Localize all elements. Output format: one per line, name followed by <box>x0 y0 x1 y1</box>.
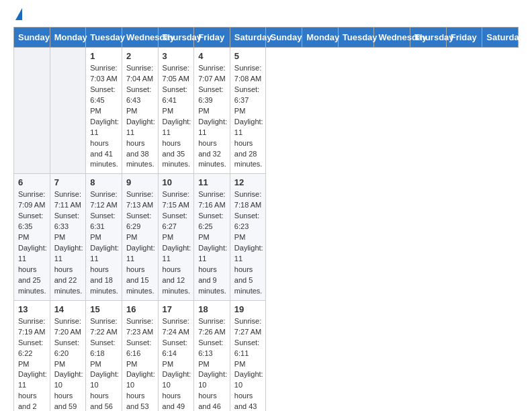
cell-day-number: 11 <box>198 177 226 187</box>
calendar-cell: 14Sunrise: 7:20 AM Sunset: 6:20 PM Dayli… <box>50 300 86 411</box>
calendar-cell: 1Sunrise: 7:03 AM Sunset: 6:45 PM Daylig… <box>86 48 122 174</box>
calendar-cell <box>14 48 50 174</box>
cell-day-number: 18 <box>198 304 226 314</box>
column-header-thursday: Thursday <box>410 28 447 48</box>
cell-day-number: 4 <box>198 51 226 61</box>
calendar-cell: 7Sunrise: 7:11 AM Sunset: 6:33 PM Daylig… <box>50 174 86 300</box>
cell-detail: Sunrise: 7:23 AM Sunset: 6:16 PM Dayligh… <box>126 316 154 411</box>
calendar-cell: 19Sunrise: 7:27 AM Sunset: 6:11 PM Dayli… <box>230 300 266 411</box>
column-header-monday: Monday <box>50 28 86 48</box>
calendar-cell: 18Sunrise: 7:26 AM Sunset: 6:13 PM Dayli… <box>194 300 230 411</box>
calendar-cell: 8Sunrise: 7:12 AM Sunset: 6:31 PM Daylig… <box>86 174 122 300</box>
calendar-cell: 6Sunrise: 7:09 AM Sunset: 6:35 PM Daylig… <box>14 174 50 300</box>
calendar-cell: 11Sunrise: 7:16 AM Sunset: 6:25 PM Dayli… <box>194 174 230 300</box>
cell-day-number: 6 <box>18 177 46 187</box>
cell-detail: Sunrise: 7:16 AM Sunset: 6:25 PM Dayligh… <box>198 189 226 296</box>
calendar-cell: 9Sunrise: 7:13 AM Sunset: 6:29 PM Daylig… <box>122 174 158 300</box>
header <box>13 11 519 20</box>
column-header-sunday: Sunday <box>14 28 50 48</box>
calendar-table: SundayMondayTuesdayWednesdayThursdayFrid… <box>13 27 519 411</box>
cell-day-number: 19 <box>234 304 262 314</box>
logo-triangle-icon <box>15 8 22 20</box>
cell-detail: Sunrise: 7:22 AM Sunset: 6:18 PM Dayligh… <box>90 316 118 411</box>
column-header-saturday: Saturday <box>230 28 266 48</box>
cell-detail: Sunrise: 7:13 AM Sunset: 6:29 PM Dayligh… <box>126 189 154 296</box>
cell-day-number: 2 <box>126 51 154 61</box>
calendar-week-row: 1Sunrise: 7:03 AM Sunset: 6:45 PM Daylig… <box>14 48 519 174</box>
column-header-friday: Friday <box>446 28 482 48</box>
calendar-cell: 10Sunrise: 7:15 AM Sunset: 6:27 PM Dayli… <box>158 174 194 300</box>
calendar-cell: 3Sunrise: 7:05 AM Sunset: 6:41 PM Daylig… <box>158 48 194 174</box>
cell-day-number: 14 <box>54 304 82 314</box>
cell-day-number: 3 <box>163 51 190 61</box>
column-header-saturday: Saturday <box>482 28 519 48</box>
calendar-cell <box>50 48 86 174</box>
calendar-header-row: SundayMondayTuesdayWednesdayThursdayFrid… <box>14 28 519 48</box>
cell-day-number: 9 <box>126 177 154 187</box>
column-header-wednesday: Wednesday <box>374 28 410 48</box>
column-header-friday: Friday <box>194 28 230 48</box>
calendar-cell: 13Sunrise: 7:19 AM Sunset: 6:22 PM Dayli… <box>14 300 50 411</box>
cell-detail: Sunrise: 7:19 AM Sunset: 6:22 PM Dayligh… <box>18 316 46 411</box>
logo <box>13 11 22 20</box>
cell-day-number: 15 <box>90 304 118 314</box>
cell-day-number: 12 <box>234 177 262 187</box>
calendar-week-row: 6Sunrise: 7:09 AM Sunset: 6:35 PM Daylig… <box>14 174 519 300</box>
calendar-cell: 5Sunrise: 7:08 AM Sunset: 6:37 PM Daylig… <box>230 48 266 174</box>
cell-detail: Sunrise: 7:07 AM Sunset: 6:39 PM Dayligh… <box>198 63 226 170</box>
cell-detail: Sunrise: 7:18 AM Sunset: 6:23 PM Dayligh… <box>234 189 262 296</box>
cell-detail: Sunrise: 7:20 AM Sunset: 6:20 PM Dayligh… <box>54 316 82 411</box>
cell-day-number: 5 <box>234 51 262 61</box>
column-header-wednesday: Wednesday <box>122 28 158 48</box>
cell-detail: Sunrise: 7:24 AM Sunset: 6:14 PM Dayligh… <box>163 316 190 411</box>
calendar-cell: 4Sunrise: 7:07 AM Sunset: 6:39 PM Daylig… <box>194 48 230 174</box>
cell-detail: Sunrise: 7:08 AM Sunset: 6:37 PM Dayligh… <box>234 63 262 170</box>
cell-detail: Sunrise: 7:09 AM Sunset: 6:35 PM Dayligh… <box>18 189 46 296</box>
column-header-monday: Monday <box>302 28 339 48</box>
cell-detail: Sunrise: 7:04 AM Sunset: 6:43 PM Dayligh… <box>126 63 154 170</box>
cell-detail: Sunrise: 7:05 AM Sunset: 6:41 PM Dayligh… <box>163 63 190 170</box>
column-header-thursday: Thursday <box>158 28 194 48</box>
calendar-cell: 16Sunrise: 7:23 AM Sunset: 6:16 PM Dayli… <box>122 300 158 411</box>
cell-day-number: 13 <box>18 304 46 314</box>
cell-detail: Sunrise: 7:11 AM Sunset: 6:33 PM Dayligh… <box>54 189 82 296</box>
cell-detail: Sunrise: 7:03 AM Sunset: 6:45 PM Dayligh… <box>90 63 118 170</box>
cell-detail: Sunrise: 7:27 AM Sunset: 6:11 PM Dayligh… <box>234 316 262 411</box>
column-header-tuesday: Tuesday <box>338 28 374 48</box>
column-header-tuesday: Tuesday <box>86 28 122 48</box>
cell-day-number: 1 <box>90 51 118 61</box>
calendar-cell: 17Sunrise: 7:24 AM Sunset: 6:14 PM Dayli… <box>158 300 194 411</box>
column-header-sunday: Sunday <box>266 28 302 48</box>
cell-detail: Sunrise: 7:26 AM Sunset: 6:13 PM Dayligh… <box>198 316 226 411</box>
cell-day-number: 10 <box>163 177 190 187</box>
calendar-week-row: 13Sunrise: 7:19 AM Sunset: 6:22 PM Dayli… <box>14 300 519 411</box>
calendar-cell: 12Sunrise: 7:18 AM Sunset: 6:23 PM Dayli… <box>230 174 266 300</box>
cell-detail: Sunrise: 7:12 AM Sunset: 6:31 PM Dayligh… <box>90 189 118 296</box>
cell-day-number: 17 <box>163 304 190 314</box>
calendar-cell: 2Sunrise: 7:04 AM Sunset: 6:43 PM Daylig… <box>122 48 158 174</box>
cell-day-number: 8 <box>90 177 118 187</box>
cell-day-number: 7 <box>54 177 82 187</box>
cell-detail: Sunrise: 7:15 AM Sunset: 6:27 PM Dayligh… <box>163 189 190 296</box>
calendar-cell: 15Sunrise: 7:22 AM Sunset: 6:18 PM Dayli… <box>86 300 122 411</box>
cell-day-number: 16 <box>126 304 154 314</box>
